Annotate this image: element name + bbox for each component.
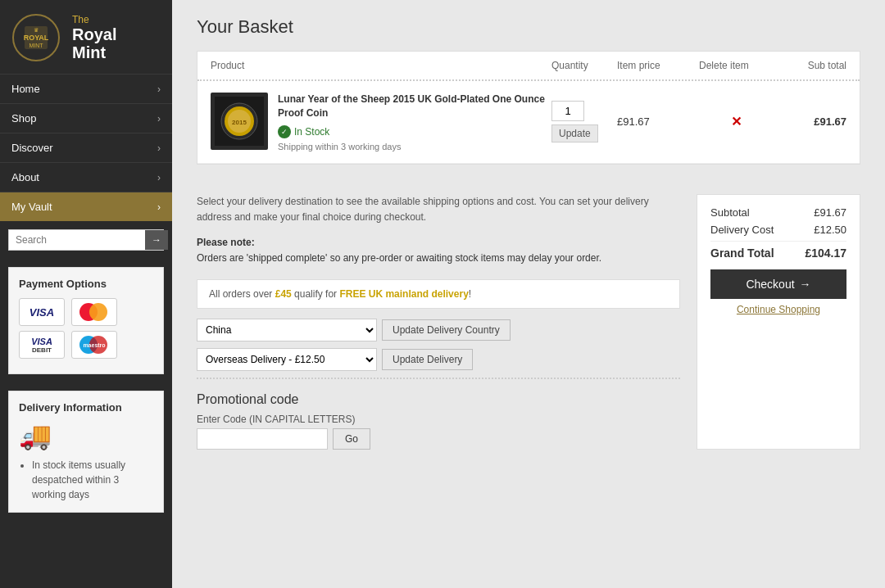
promo-free-text: FREE UK mainland delivery [339,288,468,300]
checkout-button[interactable]: Checkout → [710,269,846,299]
subtotal-value: £91.67 [814,206,846,219]
arrow-right-icon: → [800,278,811,291]
check-icon: ✓ [278,125,291,138]
grand-total-value: £104.17 [805,247,846,260]
search-area: → [8,229,164,251]
country-row: China United Kingdom United States Franc… [197,319,680,341]
subtotal-label: Subtotal [710,206,750,219]
svg-text:♛: ♛ [34,27,39,33]
item-price: £91.67 [617,115,699,128]
delivery-description: Select your delivery destination to see … [197,194,680,225]
promo-delivery-banner: All orders over £45 qualify for FREE UK … [197,279,680,309]
product-cell: 2015 Lunar Year of the Sheep 2015 UK Gol… [211,93,551,152]
please-note: Please note: Orders are 'shipped complet… [197,235,680,266]
basket-box: Product Quantity Item price Delete item … [197,51,860,165]
payment-row-1: VISA [19,298,153,326]
payment-row-2: VISA DEBIT maestro [19,331,153,359]
product-name: Lunar Year of the Sheep 2015 UK Gold-Pla… [278,93,551,120]
svg-text:ROYAL: ROYAL [24,34,49,42]
promo-title: Promotional code [197,392,680,407]
promo-go-button[interactable]: Go [333,428,370,450]
main-nav: Home › Shop › Discover › About › My Vaul… [0,74,172,221]
search-button[interactable]: → [145,230,168,250]
sidebar-item-shop[interactable]: Shop › [0,103,172,133]
col-product: Product [211,60,551,71]
maestro-logo: maestro [71,331,117,359]
delivery-cost-value: £12.50 [814,224,846,236]
in-stock-text: In Stock [294,126,329,138]
promo-label: Enter Code (IN CAPITAL LETTERS) [197,414,680,425]
quantity-input[interactable]: 1 [551,101,584,121]
arrow-icon: › [157,201,161,213]
arrow-icon: › [157,113,161,124]
arrow-icon: › [157,142,161,154]
payment-options-title: Payment Options [19,278,153,290]
promo-row: Go [197,428,680,450]
sidebar-item-about[interactable]: About › [0,162,172,192]
subtotal-row: Subtotal £91.67 [710,206,846,219]
coin-image: 2015 [215,97,264,146]
arrow-icon: › [157,84,161,95]
svg-text:MINT: MINT [29,43,43,48]
visa-card-logo: VISA [19,298,65,326]
col-delete: Delete item [699,60,773,71]
grand-total-row: Grand Total £104.17 [710,247,846,260]
promo-section: Promotional code Enter Code (IN CAPITAL … [197,378,680,450]
product-thumbnail: 2015 [211,93,268,150]
quantity-cell: 1 Update [551,101,617,142]
order-summary: Subtotal £91.67 Delivery Cost £12.50 Gra… [697,194,860,450]
payment-options-panel: Payment Options VISA VISA DEBIT [8,267,164,374]
delivery-option-select[interactable]: Overseas Delivery - £12.50 Standard UK D… [197,348,377,371]
shipping-note: Shipping within 3 working days [278,142,551,152]
col-item-price: Item price [617,60,699,71]
mastercard-logo [71,298,117,326]
country-select[interactable]: China United Kingdom United States Franc… [197,319,377,341]
delivery-section: Select your delivery destination to see … [197,181,860,459]
delivery-info-item: In stock items usually despatched within… [32,458,153,502]
page-title: Your Basket [197,16,860,38]
logo-icon: ROYAL ♛ MINT [8,10,64,66]
logo-text: The Royal Mint [72,14,116,61]
sidebar-item-discover[interactable]: Discover › [0,133,172,162]
svg-text:2015: 2015 [232,119,247,126]
continue-shopping-link[interactable]: Continue Shopping [710,304,846,315]
sidebar-item-myvault[interactable]: My Vault › [0,192,172,221]
basket-header: Product Quantity Item price Delete item … [197,52,860,81]
promo-input[interactable] [197,428,328,450]
col-quantity: Quantity [551,60,617,71]
delivery-cost-row: Delivery Cost £12.50 [710,224,846,236]
delivery-left: Select your delivery destination to see … [197,194,680,450]
visa-debit-logo: VISA DEBIT [19,331,65,359]
truck-icon: 🚚 [19,420,153,451]
sidebar-item-home[interactable]: Home › [0,74,172,103]
col-subtotal: Sub total [773,60,846,71]
search-input[interactable] [9,230,145,250]
delivery-info-list: In stock items usually despatched within… [19,458,153,502]
delivery-cost-label: Delivery Cost [710,224,774,236]
update-country-button[interactable]: Update Delivery Country [382,319,511,341]
arrow-icon: › [157,172,161,183]
in-stock-badge: ✓ In Stock [278,125,551,138]
logo-area: ROYAL ♛ MINT The Royal Mint [0,0,172,74]
delete-icon[interactable]: ✕ [731,115,742,129]
delete-cell: ✕ [699,114,773,129]
delivery-option-row: Overseas Delivery - £12.50 Standard UK D… [197,348,680,371]
sub-total: £91.67 [773,115,846,128]
grand-total-label: Grand Total [710,247,774,260]
promo-amount: £45 [275,288,292,300]
product-details: Lunar Year of the Sheep 2015 UK Gold-Pla… [278,93,551,152]
delivery-info-panel: Delivery Information 🚚 In stock items us… [8,391,164,513]
table-row: 2015 Lunar Year of the Sheep 2015 UK Gol… [197,81,860,164]
update-delivery-button[interactable]: Update Delivery [382,349,473,370]
delivery-info-title: Delivery Information [19,401,153,414]
update-button[interactable]: Update [551,124,598,142]
